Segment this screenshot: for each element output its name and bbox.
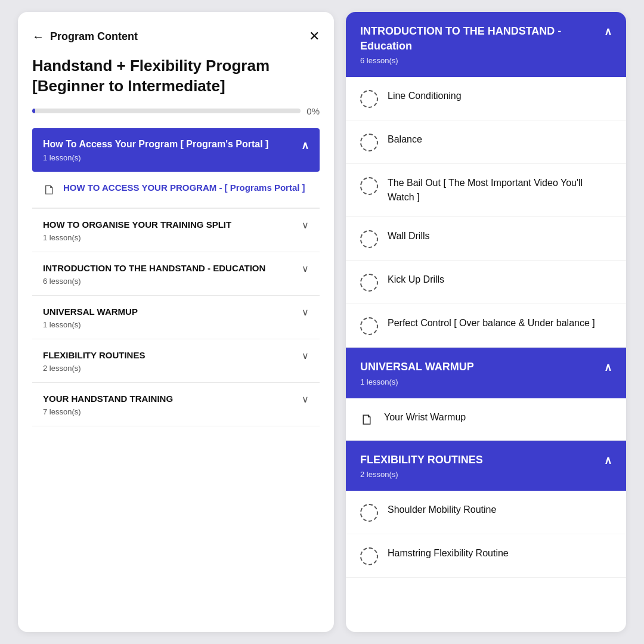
section-how-to-access: How To Access Your Program [ Program's P…	[32, 128, 320, 209]
section-collapsed-content: UNIVERSAL WARMUP 1 lesson(s)	[43, 305, 138, 329]
back-button[interactable]: ←	[32, 30, 44, 44]
lesson-hamstring-flexibility[interactable]: Hamstring Flexibility Routine	[346, 534, 626, 578]
section-intro-handstand: INTRODUCTION TO THE HANDSTAND - Educatio…	[32, 252, 320, 296]
chevron-up-icon: ∧	[301, 139, 309, 152]
section-collapsed-header[interactable]: UNIVERSAL WARMUP 1 lesson(s) ∨	[32, 296, 320, 339]
section-lessons: 2 lesson(s)	[43, 364, 145, 373]
lesson-circle-icon	[360, 134, 378, 151]
document-icon: 🗋	[43, 182, 56, 198]
progress-bar-background	[32, 109, 301, 113]
section-header-text: How To Access Your Program [ Program's P…	[43, 138, 268, 162]
section-title: UNIVERSAL WARMUP	[43, 305, 138, 318]
section-header-active[interactable]: How To Access Your Program [ Program's P…	[32, 128, 320, 172]
section-title: How To Access Your Program [ Program's P…	[43, 138, 268, 151]
section-flexibility-routines: FLEXIBILITY ROUTINES 2 lesson(s) ∨	[32, 339, 320, 383]
section-title: FLEXIBILITY ROUTINES	[43, 349, 145, 361]
lesson-wrist-warmup[interactable]: 🗋 Your Wrist Warmup	[346, 398, 626, 441]
right-section-intro-header[interactable]: INTRODUCTION TO THE HANDSTAND - Educatio…	[346, 12, 626, 77]
lesson-name: Balance	[388, 132, 422, 147]
lesson-circle-icon	[360, 230, 378, 248]
section-title: HOW TO ORGANISE YOUR TRAINING SPLIT	[43, 218, 231, 231]
lesson-name: Wall Drills	[388, 229, 430, 243]
panel-header: ← Program Content ✕	[32, 29, 320, 44]
lesson-perfect-control[interactable]: Perfect Control [ Over balance & Under b…	[346, 304, 626, 348]
lesson-circle-icon	[360, 504, 378, 522]
section-lessons: 7 lesson(s)	[43, 407, 173, 416]
section-collapsed-content: FLEXIBILITY ROUTINES 2 lesson(s)	[43, 349, 145, 373]
right-section-warmup-header[interactable]: UNIVERSAL WARMUP 1 lesson(s) ∧	[346, 348, 626, 398]
right-section-flexibility-header[interactable]: FLEXIBILITY ROUTINES 2 lesson(s) ∧	[346, 441, 626, 491]
section-collapsed-header[interactable]: FLEXIBILITY ROUTINES 2 lesson(s) ∨	[32, 339, 320, 382]
section-collapsed-header[interactable]: YOUR HANDSTAND TRAINING 7 lesson(s) ∨	[32, 383, 320, 426]
lesson-kick-up-drills[interactable]: Kick Up Drills	[346, 261, 626, 304]
right-section-header-text: INTRODUCTION TO THE HANDSTAND - Educatio…	[360, 24, 598, 65]
lesson-name: Your Wrist Warmup	[384, 410, 466, 425]
right-section-lessons: 6 lesson(s)	[360, 56, 598, 65]
chevron-down-icon: ∨	[302, 394, 309, 405]
progress-bar-container: 0%	[32, 106, 320, 116]
section-collapsed-header[interactable]: INTRODUCTION TO THE HANDSTAND - Educatio…	[32, 252, 320, 295]
lesson-link-text: HOW TO ACCESS YOUR PROGRAM - [ Programs …	[63, 181, 305, 195]
chevron-down-icon: ∨	[302, 219, 309, 231]
lesson-circle-icon	[360, 90, 378, 108]
lesson-bail-out[interactable]: The Bail Out [ The Most Important Video …	[346, 164, 626, 217]
lesson-circle-icon	[360, 317, 378, 335]
lesson-circle-icon	[360, 547, 378, 565]
lesson-link-item[interactable]: 🗋 HOW TO ACCESS YOUR PROGRAM - [ Program…	[32, 172, 320, 208]
header-left: ← Program Content	[32, 30, 138, 44]
chevron-up-icon: ∧	[604, 25, 612, 38]
right-section-title: UNIVERSAL WARMUP	[360, 360, 474, 374]
lesson-name: Hamstring Flexibility Routine	[388, 546, 509, 561]
chevron-up-icon: ∧	[604, 454, 612, 467]
lesson-circle-icon	[360, 177, 378, 195]
chevron-down-icon: ∨	[302, 350, 309, 361]
lesson-wall-drills[interactable]: Wall Drills	[346, 217, 626, 261]
right-section-lessons: 1 lesson(s)	[360, 377, 474, 386]
right-section-title: INTRODUCTION TO THE HANDSTAND - Educatio…	[360, 24, 598, 54]
section-handstand-training: YOUR HANDSTAND TRAINING 7 lesson(s) ∨	[32, 383, 320, 426]
section-lessons: 1 lesson(s)	[43, 233, 231, 242]
section-lessons: 6 lesson(s)	[43, 277, 265, 286]
right-section-title: FLEXIBILITY ROUTINES	[360, 453, 483, 467]
program-title: Handstand + Flexibility Program [Beginne…	[32, 56, 320, 97]
section-title: INTRODUCTION TO THE HANDSTAND - Educatio…	[43, 262, 265, 274]
lesson-name: The Bail Out [ The Most Important Video …	[388, 176, 612, 205]
lesson-name: Shoulder Mobility Routine	[388, 503, 496, 517]
chevron-up-icon: ∧	[604, 361, 612, 374]
lesson-balance[interactable]: Balance	[346, 120, 626, 164]
section-collapsed-content: INTRODUCTION TO THE HANDSTAND - Educatio…	[43, 262, 265, 286]
section-lessons: 1 lesson(s)	[43, 320, 138, 329]
lesson-name: Line Conditioning	[388, 89, 462, 103]
section-title: YOUR HANDSTAND TRAINING	[43, 392, 173, 405]
lesson-name: Perfect Control [ Over balance & Under b…	[388, 316, 595, 330]
panel-title: Program Content	[50, 30, 138, 43]
right-panel: INTRODUCTION TO THE HANDSTAND - Educatio…	[346, 12, 626, 632]
left-panel: ← Program Content ✕ Handstand + Flexibil…	[18, 12, 334, 632]
close-icon[interactable]: ✕	[309, 29, 320, 44]
section-lessons: 1 lesson(s)	[43, 153, 268, 162]
progress-label: 0%	[306, 106, 320, 116]
section-universal-warmup: UNIVERSAL WARMUP 1 lesson(s) ∨	[32, 296, 320, 339]
section-organise-training: HOW TO ORGANISE YOUR TRAINING SPLIT 1 le…	[32, 209, 320, 252]
section-collapsed-header[interactable]: HOW TO ORGANISE YOUR TRAINING SPLIT 1 le…	[32, 209, 320, 252]
right-section-lessons: 2 lesson(s)	[360, 470, 483, 479]
document-icon: 🗋	[360, 411, 374, 428]
lesson-circle-icon	[360, 274, 378, 292]
section-collapsed-content: HOW TO ORGANISE YOUR TRAINING SPLIT 1 le…	[43, 218, 231, 242]
lesson-name: Kick Up Drills	[388, 273, 444, 287]
lesson-shoulder-mobility[interactable]: Shoulder Mobility Routine	[346, 491, 626, 534]
chevron-down-icon: ∨	[302, 306, 309, 318]
section-collapsed-content: YOUR HANDSTAND TRAINING 7 lesson(s)	[43, 392, 173, 416]
right-section-header-text: FLEXIBILITY ROUTINES 2 lesson(s)	[360, 453, 483, 479]
lesson-line-conditioning[interactable]: Line Conditioning	[346, 77, 626, 120]
right-section-header-text: UNIVERSAL WARMUP 1 lesson(s)	[360, 360, 474, 386]
chevron-down-icon: ∨	[302, 263, 309, 274]
progress-bar-fill	[32, 109, 35, 113]
